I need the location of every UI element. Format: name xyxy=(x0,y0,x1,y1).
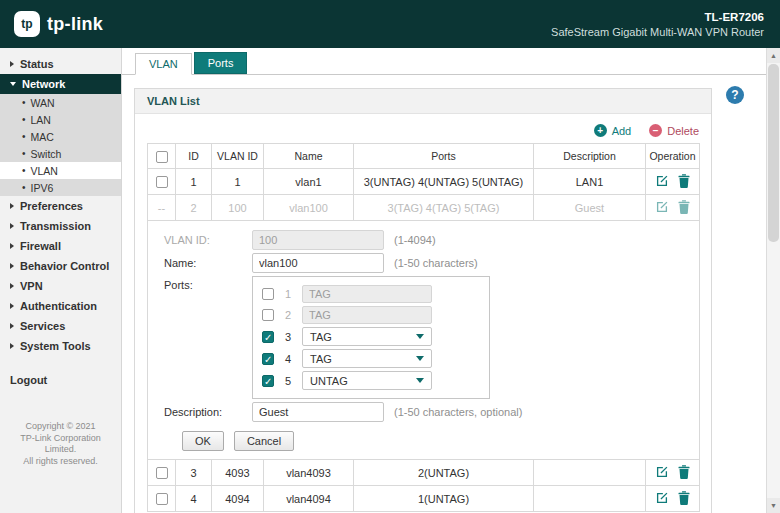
row-select-cell xyxy=(148,169,176,195)
selected-mode: TAG xyxy=(310,331,332,343)
sidebar-item-system-tools[interactable]: System Tools xyxy=(0,336,121,356)
edit-row-button[interactable] xyxy=(655,465,669,481)
check-icon: ✓ xyxy=(264,375,272,388)
selected-mode: TAG xyxy=(310,353,332,365)
row-checkbox[interactable] xyxy=(156,176,168,188)
app-header: tp tp-link TL-ER7206 SafeStream Gigabit … xyxy=(0,0,780,48)
row-select-cell xyxy=(148,486,176,512)
chevron-right-icon xyxy=(10,203,14,209)
row-checkbox[interactable] xyxy=(156,493,168,505)
delete-row-button[interactable] xyxy=(678,174,690,190)
sidebar-item-label: System Tools xyxy=(20,340,91,352)
sidebar-item-preferences[interactable]: Preferences xyxy=(0,196,121,216)
sidebar-item-label: Authentication xyxy=(20,300,97,312)
sidebar-item-status[interactable]: Status xyxy=(0,54,121,74)
port-1-mode-input xyxy=(302,285,432,303)
row-operation-cell xyxy=(646,486,700,512)
scrollbar-thumb[interactable] xyxy=(768,64,779,242)
port-row: ✓ 5 UNTAG xyxy=(262,371,480,390)
logout-label: Logout xyxy=(10,374,47,386)
scrollbar[interactable]: ▲ ▼ xyxy=(766,48,780,513)
port-5-checkbox[interactable]: ✓ xyxy=(262,375,274,387)
port-row: 2 xyxy=(262,306,480,324)
port-1-checkbox[interactable] xyxy=(262,288,274,300)
row-vlan-id: 4094 xyxy=(212,486,264,512)
edit-row-button[interactable] xyxy=(655,491,669,507)
delete-row-button[interactable] xyxy=(678,491,690,507)
select-all-checkbox[interactable] xyxy=(156,151,168,163)
sidebar-subitem-switch[interactable]: Switch xyxy=(0,145,121,162)
sidebar-item-services[interactable]: Services xyxy=(0,316,121,336)
tab-ports[interactable]: Ports xyxy=(194,52,248,74)
row-name: vlan4094 xyxy=(264,486,354,512)
cancel-button[interactable]: Cancel xyxy=(234,431,294,451)
chevron-right-icon xyxy=(10,303,14,309)
chevron-down-icon xyxy=(10,82,16,86)
check-icon: ✓ xyxy=(264,331,272,344)
copyright-line: All rights reserved. xyxy=(4,456,117,468)
logout-button[interactable]: Logout xyxy=(0,370,121,390)
subitem-label: IPV6 xyxy=(31,182,54,194)
port-4-checkbox[interactable]: ✓ xyxy=(262,353,274,365)
row-vlan-id: 100 xyxy=(212,195,264,221)
chevron-right-icon xyxy=(10,323,14,329)
row-name: vlan4093 xyxy=(264,460,354,486)
edit-icon xyxy=(655,200,669,214)
sidebar-subitem-lan[interactable]: LAN xyxy=(0,111,121,128)
sidebar-subitem-vlan[interactable]: VLAN xyxy=(0,162,121,179)
description-input[interactable] xyxy=(252,402,384,422)
sidebar-item-behavior-control[interactable]: Behavior Control xyxy=(0,256,121,276)
edit-row-button[interactable] xyxy=(655,174,669,190)
column-header-operation: Operation xyxy=(646,144,700,169)
select-all-header xyxy=(148,144,176,169)
sidebar-subitem-mac[interactable]: MAC xyxy=(0,128,121,145)
table-row-editing: -- 2 100 vlan100 3(TAG) 4(TAG) 5(TAG) Gu… xyxy=(148,195,700,221)
port-3-mode-select[interactable]: TAG xyxy=(302,327,432,346)
edit-form: VLAN ID: (1-4094) Name: (1-50 characters… xyxy=(148,221,700,460)
sidebar-item-network[interactable]: Network xyxy=(0,74,121,94)
vlan-list-panel: VLAN List + Add − Delete xyxy=(134,88,712,513)
main-layout: Status Network WAN LAN MAC Switch xyxy=(0,48,780,513)
vlan-table: ID VLAN ID Name Ports Description Operat… xyxy=(147,143,700,512)
column-header-ports: Ports xyxy=(354,144,534,169)
port-4-mode-select[interactable]: TAG xyxy=(302,349,432,368)
row-description xyxy=(534,486,646,512)
sidebar-item-vpn[interactable]: VPN xyxy=(0,276,121,296)
scroll-up-button[interactable]: ▲ xyxy=(767,48,780,63)
help-button[interactable]: ? xyxy=(726,86,744,104)
row-select-cell: -- xyxy=(148,195,176,221)
port-3-checkbox[interactable]: ✓ xyxy=(262,331,274,343)
scroll-down-icon: ▼ xyxy=(770,502,777,509)
delete-row-button[interactable] xyxy=(678,465,690,481)
add-button[interactable]: + Add xyxy=(594,124,632,137)
sidebar-item-transmission[interactable]: Transmission xyxy=(0,216,121,236)
name-input[interactable] xyxy=(252,253,384,273)
edit-row-button[interactable] xyxy=(655,200,669,216)
tab-vlan[interactable]: VLAN xyxy=(135,53,192,75)
sidebar-subitem-wan[interactable]: WAN xyxy=(0,94,121,111)
table-row: 3 4093 vlan4093 2(UNTAG) xyxy=(148,460,700,486)
sidebar-item-label: Firewall xyxy=(20,240,61,252)
table-header-row: ID VLAN ID Name Ports Description Operat… xyxy=(148,144,700,169)
port-5-mode-select[interactable]: UNTAG xyxy=(302,371,432,390)
chevron-right-icon xyxy=(10,343,14,349)
sidebar-item-label: Transmission xyxy=(20,220,91,232)
name-field-row: Name: (1-50 characters) xyxy=(164,253,699,273)
port-2-checkbox[interactable] xyxy=(262,309,274,321)
row-checkbox[interactable] xyxy=(156,467,168,479)
delete-row-button[interactable] xyxy=(678,200,690,216)
device-info: TL-ER7206 SafeStream Gigabit Multi-WAN V… xyxy=(551,11,764,38)
sidebar: Status Network WAN LAN MAC Switch xyxy=(0,48,122,513)
trash-icon xyxy=(678,200,690,214)
dropdown-caret-icon xyxy=(416,378,424,383)
copyright-text: Copyright © 2021 TP-Link Corporation Lim… xyxy=(0,421,121,467)
scroll-down-button[interactable]: ▼ xyxy=(767,498,780,513)
delete-button[interactable]: − Delete xyxy=(649,124,699,137)
port-row: 1 xyxy=(262,285,480,303)
tp-link-logo: tp tp-link xyxy=(14,11,103,37)
sidebar-subitem-ipv6[interactable]: IPV6 xyxy=(0,179,121,196)
sidebar-item-authentication[interactable]: Authentication xyxy=(0,296,121,316)
row-ports: 3(TAG) 4(TAG) 5(TAG) xyxy=(354,195,534,221)
ok-button[interactable]: OK xyxy=(182,431,224,451)
sidebar-item-firewall[interactable]: Firewall xyxy=(0,236,121,256)
